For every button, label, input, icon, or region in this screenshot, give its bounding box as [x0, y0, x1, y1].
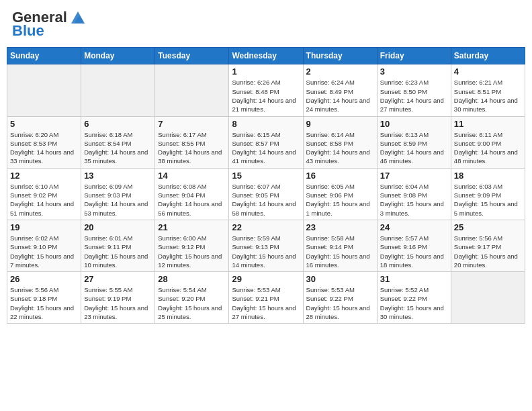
day-info: Sunrise: 6:17 AMSunset: 8:55 PMDaylight:… — [158, 130, 226, 166]
calendar-cell: 30Sunrise: 5:53 AMSunset: 9:22 PMDayligh… — [303, 272, 377, 324]
day-number: 1 — [232, 66, 300, 77]
day-number: 15 — [232, 171, 300, 181]
day-number: 8 — [232, 119, 300, 129]
calendar-day-header: Saturday — [451, 48, 525, 64]
day-info: Sunrise: 6:08 AMSunset: 9:04 PMDaylight:… — [158, 182, 226, 218]
calendar-cell: 19Sunrise: 6:02 AMSunset: 9:10 PMDayligh… — [7, 220, 81, 271]
day-info: Sunrise: 6:13 AMSunset: 8:59 PMDaylight:… — [380, 130, 448, 166]
calendar-cell: 7Sunrise: 6:17 AMSunset: 8:55 PMDaylight… — [155, 116, 229, 168]
day-number: 25 — [454, 222, 522, 232]
calendar-cell: 12Sunrise: 6:10 AMSunset: 9:02 PMDayligh… — [7, 168, 81, 220]
day-number: 17 — [380, 171, 448, 181]
day-info: Sunrise: 6:26 AMSunset: 8:48 PMDaylight:… — [232, 78, 300, 113]
day-info: Sunrise: 6:18 AMSunset: 8:54 PMDaylight:… — [84, 130, 152, 166]
calendar-cell: 31Sunrise: 5:52 AMSunset: 9:22 PMDayligh… — [377, 272, 451, 324]
calendar-cell — [155, 64, 229, 116]
calendar-table: SundayMondayTuesdayWednesdayThursdayFrid… — [7, 47, 525, 324]
calendar-cell: 15Sunrise: 6:07 AMSunset: 9:05 PMDayligh… — [229, 168, 303, 220]
day-number: 2 — [306, 66, 374, 77]
calendar-cell: 10Sunrise: 6:13 AMSunset: 8:59 PMDayligh… — [377, 116, 451, 168]
day-number: 6 — [84, 119, 152, 129]
calendar-cell: 22Sunrise: 5:59 AMSunset: 9:13 PMDayligh… — [229, 220, 303, 271]
day-info: Sunrise: 5:53 AMSunset: 9:22 PMDaylight:… — [306, 285, 374, 321]
day-number: 31 — [380, 274, 448, 284]
calendar-cell: 28Sunrise: 5:54 AMSunset: 9:20 PMDayligh… — [155, 272, 229, 324]
day-number: 22 — [232, 222, 300, 232]
calendar-day-header: Tuesday — [155, 48, 229, 64]
day-number: 14 — [158, 171, 226, 181]
calendar-cell: 14Sunrise: 6:08 AMSunset: 9:04 PMDayligh… — [155, 168, 229, 220]
day-info: Sunrise: 5:56 AMSunset: 9:17 PMDaylight:… — [454, 234, 522, 269]
day-info: Sunrise: 5:55 AMSunset: 9:19 PMDaylight:… — [84, 285, 152, 321]
calendar-week-row: 26Sunrise: 5:56 AMSunset: 9:18 PMDayligh… — [7, 272, 525, 324]
calendar-cell: 20Sunrise: 6:01 AMSunset: 9:11 PMDayligh… — [81, 220, 155, 271]
day-info: Sunrise: 6:09 AMSunset: 9:03 PMDaylight:… — [84, 182, 152, 218]
day-number: 7 — [158, 119, 226, 129]
day-info: Sunrise: 6:20 AMSunset: 8:53 PMDaylight:… — [10, 130, 78, 166]
calendar-cell: 9Sunrise: 6:14 AMSunset: 8:58 PMDaylight… — [303, 116, 377, 168]
day-info: Sunrise: 6:10 AMSunset: 9:02 PMDaylight:… — [10, 182, 78, 218]
calendar-cell: 8Sunrise: 6:15 AMSunset: 8:57 PMDaylight… — [229, 116, 303, 168]
calendar-day-header: Friday — [377, 48, 451, 64]
day-number: 10 — [380, 119, 448, 129]
day-info: Sunrise: 6:04 AMSunset: 9:08 PMDaylight:… — [380, 182, 448, 218]
day-info: Sunrise: 5:54 AMSunset: 9:20 PMDaylight:… — [158, 285, 226, 321]
calendar-cell: 17Sunrise: 6:04 AMSunset: 9:08 PMDayligh… — [377, 168, 451, 220]
calendar-cell: 27Sunrise: 5:55 AMSunset: 9:19 PMDayligh… — [81, 272, 155, 324]
day-number: 11 — [454, 119, 522, 129]
calendar-cell: 5Sunrise: 6:20 AMSunset: 8:53 PMDaylight… — [7, 116, 81, 168]
day-info: Sunrise: 6:00 AMSunset: 9:12 PMDaylight:… — [158, 234, 226, 269]
calendar-week-row: 1Sunrise: 6:26 AMSunset: 8:48 PMDaylight… — [7, 64, 525, 116]
day-number: 27 — [84, 274, 152, 284]
calendar-day-header: Monday — [81, 48, 155, 64]
day-info: Sunrise: 6:24 AMSunset: 8:49 PMDaylight:… — [306, 78, 374, 113]
day-info: Sunrise: 6:03 AMSunset: 9:09 PMDaylight:… — [454, 182, 522, 218]
calendar-cell: 23Sunrise: 5:58 AMSunset: 9:14 PMDayligh… — [303, 220, 377, 271]
calendar-cell — [81, 64, 155, 116]
day-number: 12 — [10, 171, 78, 181]
calendar-cell: 6Sunrise: 6:18 AMSunset: 8:54 PMDaylight… — [81, 116, 155, 168]
day-number: 30 — [306, 274, 374, 284]
day-info: Sunrise: 5:53 AMSunset: 9:21 PMDaylight:… — [232, 285, 300, 321]
calendar-cell — [7, 64, 81, 116]
calendar-cell — [451, 272, 525, 324]
logo: General Blue — [12, 9, 87, 39]
day-number: 5 — [10, 119, 78, 129]
day-number: 20 — [84, 222, 152, 232]
day-number: 21 — [158, 222, 226, 232]
calendar-cell: 21Sunrise: 6:00 AMSunset: 9:12 PMDayligh… — [155, 220, 229, 271]
day-info: Sunrise: 6:14 AMSunset: 8:58 PMDaylight:… — [306, 130, 374, 166]
day-info: Sunrise: 6:15 AMSunset: 8:57 PMDaylight:… — [232, 130, 300, 166]
calendar-cell: 3Sunrise: 6:23 AMSunset: 8:50 PMDaylight… — [377, 64, 451, 116]
calendar-cell: 1Sunrise: 6:26 AMSunset: 8:48 PMDaylight… — [229, 64, 303, 116]
day-number: 29 — [232, 274, 300, 284]
calendar-cell: 2Sunrise: 6:24 AMSunset: 8:49 PMDaylight… — [303, 64, 377, 116]
calendar-cell: 29Sunrise: 5:53 AMSunset: 9:21 PMDayligh… — [229, 272, 303, 324]
day-number: 19 — [10, 222, 78, 232]
calendar-day-header: Wednesday — [229, 48, 303, 64]
day-number: 3 — [380, 66, 448, 77]
calendar-cell: 18Sunrise: 6:03 AMSunset: 9:09 PMDayligh… — [451, 168, 525, 220]
day-info: Sunrise: 6:07 AMSunset: 9:05 PMDaylight:… — [232, 182, 300, 218]
day-info: Sunrise: 5:56 AMSunset: 9:18 PMDaylight:… — [10, 285, 78, 321]
day-info: Sunrise: 5:59 AMSunset: 9:13 PMDaylight:… — [232, 234, 300, 269]
calendar-cell: 11Sunrise: 6:11 AMSunset: 9:00 PMDayligh… — [451, 116, 525, 168]
calendar-week-row: 19Sunrise: 6:02 AMSunset: 9:10 PMDayligh… — [7, 220, 525, 271]
calendar-cell: 13Sunrise: 6:09 AMSunset: 9:03 PMDayligh… — [81, 168, 155, 220]
day-number: 23 — [306, 222, 374, 232]
calendar-day-header: Thursday — [303, 48, 377, 64]
day-number: 18 — [454, 171, 522, 181]
calendar-header-row: SundayMondayTuesdayWednesdayThursdayFrid… — [7, 48, 525, 64]
calendar-week-row: 5Sunrise: 6:20 AMSunset: 8:53 PMDaylight… — [7, 116, 525, 168]
page-header: General Blue — [7, 7, 525, 42]
logo-icon — [69, 10, 87, 25]
calendar-cell: 16Sunrise: 6:05 AMSunset: 9:06 PMDayligh… — [303, 168, 377, 220]
day-number: 13 — [84, 171, 152, 181]
calendar-cell: 26Sunrise: 5:56 AMSunset: 9:18 PMDayligh… — [7, 272, 81, 324]
day-number: 4 — [454, 66, 522, 77]
day-number: 9 — [306, 119, 374, 129]
calendar-day-header: Sunday — [7, 48, 81, 64]
day-info: Sunrise: 5:52 AMSunset: 9:22 PMDaylight:… — [380, 285, 448, 321]
day-number: 16 — [306, 171, 374, 181]
calendar-cell: 4Sunrise: 6:21 AMSunset: 8:51 PMDaylight… — [451, 64, 525, 116]
